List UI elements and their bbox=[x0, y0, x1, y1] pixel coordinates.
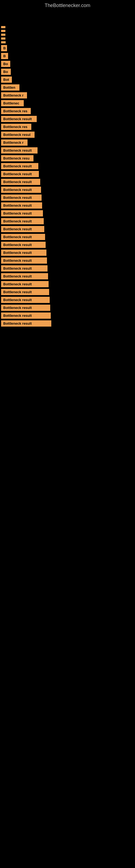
list-item: B bbox=[1, 45, 7, 51]
list-item: Bottleneck result bbox=[1, 242, 46, 248]
list-item: Bottleneck result bbox=[1, 289, 49, 295]
list-item: Bottleneck result bbox=[1, 250, 46, 256]
list-item: Bottleneck r bbox=[1, 92, 27, 98]
list-item: Bottleneck result bbox=[1, 171, 39, 177]
list-item: Bottleneck result bbox=[1, 163, 38, 169]
list-item: Bottleneck res bbox=[1, 108, 31, 114]
list-item: Bo bbox=[1, 61, 10, 67]
list-item: Bottleneck result bbox=[1, 305, 50, 311]
list-item bbox=[1, 26, 5, 28]
list-item: Bottleneck resu bbox=[1, 155, 34, 161]
list-item: Bottleneck result bbox=[1, 273, 48, 279]
list-item bbox=[1, 34, 5, 36]
list-item: Bottlen bbox=[1, 84, 19, 91]
list-item: Bottleneck result bbox=[1, 147, 38, 154]
list-item: Bottlenec bbox=[1, 100, 24, 106]
list-item bbox=[1, 37, 5, 40]
list-item: Bottleneck result bbox=[1, 116, 37, 122]
list-item bbox=[1, 30, 5, 32]
list-item: Bottleneck result bbox=[1, 257, 47, 264]
list-item bbox=[1, 41, 6, 43]
list-item: Bottleneck result bbox=[1, 187, 41, 193]
list-item: Bottleneck resul bbox=[1, 131, 35, 138]
list-item: Bottleneck result bbox=[1, 297, 50, 303]
list-item: Bottleneck result bbox=[1, 218, 44, 224]
list-item: Bottleneck result bbox=[1, 281, 49, 287]
list-item: Bottleneck res bbox=[1, 124, 31, 130]
list-item: Bot bbox=[1, 76, 12, 83]
items-container: BBBoBoBotBottlenBottleneck rBottlenecBot… bbox=[0, 26, 135, 327]
list-item: B bbox=[1, 53, 8, 59]
list-item: Bo bbox=[1, 69, 11, 75]
list-item: Bottleneck result bbox=[1, 234, 45, 240]
list-item: Bottleneck result bbox=[1, 265, 48, 272]
site-title-text: TheBottlenecker.com bbox=[0, 0, 135, 10]
list-item: Bottleneck result bbox=[1, 194, 42, 201]
list-item: Bottleneck r bbox=[1, 140, 28, 146]
list-item: Bottleneck result bbox=[1, 179, 40, 185]
list-item: Bottleneck result bbox=[1, 203, 42, 209]
list-item: Bottleneck result bbox=[1, 210, 43, 216]
list-item: Bottleneck result bbox=[1, 320, 51, 327]
list-item: Bottleneck result bbox=[1, 312, 51, 319]
list-item: Bottleneck result bbox=[1, 226, 44, 232]
